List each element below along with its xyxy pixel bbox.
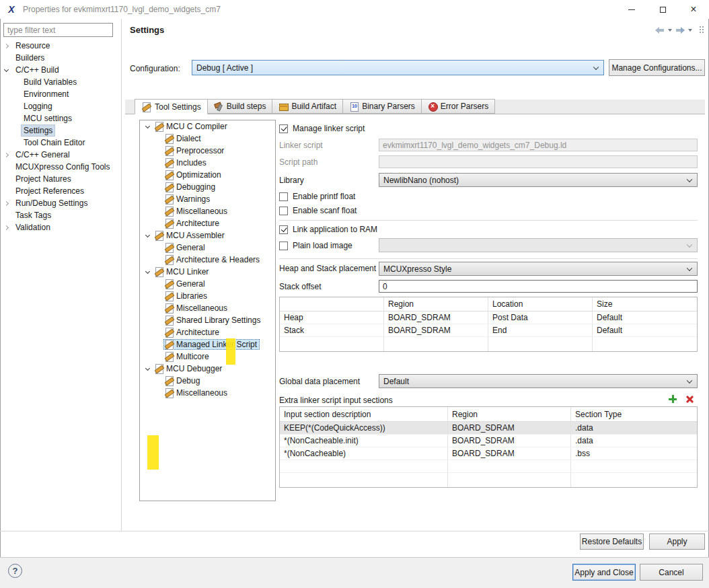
maximize-button[interactable] [647,0,678,19]
forward-history-dropdown-icon[interactable] [688,29,692,32]
tool-icon [164,182,174,192]
chevron-down-icon [687,242,692,247]
table-header-row: Region Location Size [280,297,697,311]
table-row-heap[interactable]: Heap BOARD_SDRAM Post Data Default [280,311,697,324]
sidebar-item-project-natures[interactable]: Project Natures [0,173,120,185]
tool-tree-item-debugging[interactable]: Debugging [140,181,275,193]
sidebar-item-builders[interactable]: Builders [0,52,120,64]
sidebar-item-task-tags[interactable]: Task Tags [0,209,120,221]
sidebar-item-cpp-build[interactable]: C/C++ Build [0,64,120,76]
heap-stack-placement-select[interactable]: MCUXpresso Style [379,262,698,276]
view-menu-icon[interactable] [699,26,704,34]
chevron-right-icon[interactable] [4,200,9,205]
table-row-selected[interactable]: KEEP(*(CodeQuickAccess)) BOARD_SDRAM .da… [280,422,697,435]
sidebar-item-logging[interactable]: Logging [0,100,120,112]
chevron-right-icon[interactable] [4,152,9,157]
table-header-cell [280,297,384,311]
tool-tree-item-linker-miscellaneous[interactable]: Miscellaneous [140,302,275,314]
sidebar-item-label: Run/Debug Settings [13,198,89,209]
apply-and-close-button[interactable]: Apply and Close [572,564,636,581]
tool-tree-item-miscellaneous[interactable]: Miscellaneous [140,205,275,217]
linker-script-field: evkmimxrt1170_lvgl_demo_widgets_cm7_Debu… [379,139,698,151]
sidebar-divider [121,19,122,531]
sidebar-item-settings[interactable]: Settings [0,124,120,137]
configuration-select[interactable]: Debug [ Active ] [192,60,604,75]
tool-tree-item-mcu-debugger[interactable]: MCU Debugger [140,363,275,375]
help-button[interactable]: ? [8,564,22,578]
tool-tree-item-optimization[interactable]: Optimization [140,169,275,181]
tab-tool-settings[interactable]: Tool Settings [135,99,208,114]
tool-tree-item-linker-general[interactable]: General [140,278,275,290]
chevron-down-icon[interactable] [4,67,9,71]
chevron-right-icon[interactable] [4,225,9,229]
table-row[interactable]: *(NonCacheable) BOARD_SDRAM .bss [280,447,697,460]
sidebar-item-build-variables[interactable]: Build Variables [0,76,120,88]
tool-tree-item-mcu-c-compiler[interactable]: MCU C Compiler [140,120,275,133]
sidebar-item-validation[interactable]: Validation [0,221,120,233]
tool-tree-item-dialect[interactable]: Dialect [140,133,275,145]
table-cell: *(NonCacheable) [280,447,448,460]
chevron-down-icon[interactable] [145,232,150,237]
plain-load-image-checkbox[interactable] [279,242,288,250]
tool-tree-label: General [176,279,205,289]
manage-linker-script-checkbox[interactable] [279,124,288,133]
tool-tree-item-general[interactable]: General [140,242,275,254]
tab-error-parsers[interactable]: Error Parsers [422,99,495,114]
table-cell: End [488,324,593,336]
tool-tree-item-debug[interactable]: Debug [140,375,275,387]
sidebar-item-environment[interactable]: Environment [0,88,120,100]
global-data-placement-select[interactable]: Default [379,374,698,388]
chevron-down-icon[interactable] [145,268,150,273]
tab-build-steps[interactable]: Build steps [208,99,273,114]
chevron-right-icon[interactable] [4,43,9,48]
tool-tree-item-linker-architecture[interactable]: Architecture [140,326,275,338]
library-select[interactable]: NewlibNano (nohost) [379,173,698,187]
tool-tree-item-includes[interactable]: Includes [140,157,275,169]
enable-scanf-float-checkbox[interactable] [279,207,288,215]
filter-input[interactable] [3,23,113,37]
cancel-button[interactable]: Cancel [640,564,703,581]
apply-button[interactable]: Apply [649,534,705,550]
tab-build-artifact[interactable]: Build Artifact [272,99,343,114]
sidebar-item-project-references[interactable]: Project References [0,185,120,197]
chevron-down-icon[interactable] [145,365,150,370]
close-button[interactable] [678,0,709,19]
sidebar-item-mcu-settings[interactable]: MCU settings [0,112,120,124]
tool-tree-item-warnings[interactable]: Warnings [140,193,275,205]
sidebar-item-resource[interactable]: Resource [0,40,120,52]
back-arrow-icon[interactable] [655,26,665,34]
enable-printf-float-checkbox[interactable] [279,192,288,201]
minimize-button[interactable] [616,0,647,19]
restore-defaults-button[interactable]: Restore Defaults [580,534,644,550]
sidebar-item-cpp-general[interactable]: C/C++ General [0,149,120,161]
sidebar-item-mcuxpresso-config-tools[interactable]: MCUXpresso Config Tools [0,161,120,173]
tool-tree-item-mcu-linker[interactable]: MCU Linker [140,266,275,278]
table-cell: BOARD_SDRAM [448,447,571,460]
add-section-icon[interactable] [668,394,677,404]
tool-tree-item-shared-library-settings[interactable]: Shared Library Settings [140,314,275,326]
stack-offset-field[interactable]: 0 [379,280,698,293]
table-cell: BOARD_SDRAM [384,311,488,324]
chevron-down-icon[interactable] [145,123,150,128]
tool-tree-item-multicore[interactable]: Multicore [140,351,275,363]
extra-sections-table: Input section description Region Section… [279,406,698,488]
tool-tree-item-libraries[interactable]: Libraries [140,290,275,302]
link-application-to-ram-checkbox[interactable] [279,225,288,234]
tool-tree-item-managed-linker-script[interactable]: Managed Linker Script [140,338,275,351]
tool-tree-label: Debugging [176,182,215,192]
tool-tree-item-preprocessor[interactable]: Preprocessor [140,145,275,157]
back-history-dropdown-icon[interactable] [668,29,672,32]
tool-tree-item-architecture-headers[interactable]: Architecture & Headers [140,254,275,266]
tool-tree-item-architecture[interactable]: Architecture [140,217,275,229]
sidebar-item-run-debug-settings[interactable]: Run/Debug Settings [0,197,120,209]
tab-binary-parsers[interactable]: Binary Parsers [343,99,422,114]
tool-tree-item-mcu-assembler[interactable]: MCU Assembler [140,229,275,242]
manage-configurations-button[interactable]: Manage Configurations... [609,59,705,76]
table-row[interactable]: *(NonCacheable.init) BOARD_SDRAM .data [280,435,697,447]
tool-tree-item-debugger-miscellaneous[interactable]: Miscellaneous [140,387,275,399]
forward-arrow-icon[interactable] [675,26,685,34]
sidebar-item-tool-chain-editor[interactable]: Tool Chain Editor [0,137,120,149]
table-row-stack[interactable]: Stack BOARD_SDRAM End Default [280,324,697,337]
sidebar-item-label: Validation [13,222,52,233]
delete-section-icon[interactable] [685,395,694,404]
